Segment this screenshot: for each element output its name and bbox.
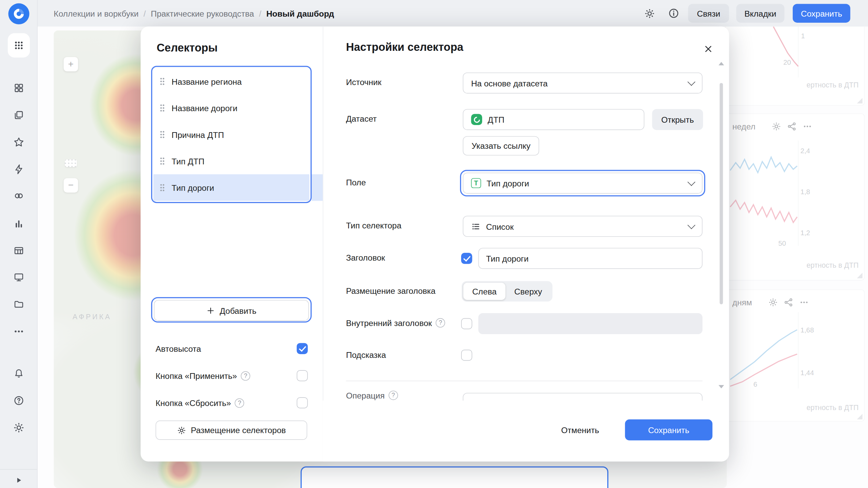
- inner-title-label: Внутренний заголовок: [346, 318, 445, 328]
- apply-button-label: Кнопка «Применить»: [156, 371, 237, 381]
- modal-save-button[interactable]: Сохранить: [625, 420, 712, 441]
- selectors-placement-button[interactable]: Размещение селекторов: [156, 421, 307, 440]
- selector-type-label: Тип селектора: [346, 221, 401, 230]
- tabs-button[interactable]: Вкладки: [736, 4, 784, 23]
- lightning-icon: [13, 164, 24, 175]
- sidebar-item-files[interactable]: [9, 294, 29, 314]
- dataset-link-button[interactable]: Указать ссылку: [463, 136, 539, 156]
- placement-option-top[interactable]: Сверху: [506, 283, 551, 300]
- placement-option-left[interactable]: Слева: [463, 283, 506, 300]
- star-icon: [13, 137, 24, 148]
- title-placement-label: Размещение заголовка: [346, 286, 435, 296]
- sidebar-notifications[interactable]: [9, 364, 29, 384]
- reset-button-row: Кнопка «Сбросить»: [156, 397, 308, 409]
- drag-handle-icon[interactable]: [160, 78, 164, 85]
- scrollbar-thumb[interactable]: [719, 83, 723, 304]
- dataset-label: Датасет: [346, 114, 377, 123]
- selector-settings-modal: Селекторы Название региона Название доро…: [141, 26, 729, 461]
- breadcrumb-guides[interactable]: Практические руководства: [151, 8, 254, 18]
- add-selector-button[interactable]: Добавить: [154, 300, 309, 321]
- autoheight-checkbox[interactable]: [297, 343, 308, 354]
- reset-button-checkbox[interactable]: [297, 397, 308, 408]
- scroll-down-arrow[interactable]: [718, 385, 724, 388]
- help-icon[interactable]: [241, 371, 250, 381]
- selected-row-highlight: [312, 174, 323, 201]
- source-value: На основе датасета: [471, 78, 548, 88]
- gear-icon: [13, 422, 24, 433]
- sidebar: [0, 0, 38, 488]
- operation-label: Операция: [346, 391, 398, 400]
- source-select[interactable]: На основе датасета: [463, 73, 703, 94]
- settings-gear-button[interactable]: [641, 5, 658, 22]
- circles-icon: [13, 190, 24, 202]
- selector-type-select[interactable]: Список: [463, 216, 703, 237]
- help-icon[interactable]: [389, 391, 398, 400]
- drag-handle-icon[interactable]: [160, 184, 164, 191]
- chevron-down-icon: [688, 78, 695, 85]
- selector-item-road-name[interactable]: Название дороги: [153, 95, 309, 121]
- sidebar-item-datasets[interactable]: [9, 186, 29, 206]
- layers-icon: [13, 109, 24, 121]
- header-save-button[interactable]: Сохранить: [793, 4, 850, 23]
- title-checkbox[interactable]: [461, 253, 472, 264]
- title-input[interactable]: [478, 248, 703, 269]
- list-icon: [471, 222, 480, 231]
- info-button[interactable]: [665, 5, 682, 22]
- inner-title-checkbox[interactable]: [461, 318, 472, 329]
- selector-item-accident-type[interactable]: Тип ДТП: [153, 148, 309, 174]
- app-root: + − АФРИКА 1 20 ертность в ДТП недел: [0, 0, 868, 488]
- folder-icon: [13, 299, 24, 310]
- field-label: Поле: [346, 178, 366, 187]
- reset-button-label: Кнопка «Сбросить»: [156, 398, 231, 408]
- sidebar-settings[interactable]: [9, 418, 29, 438]
- plus-icon: [206, 306, 215, 314]
- hint-checkbox[interactable]: [461, 350, 472, 361]
- selector-list: Название региона Название дороги Причина…: [151, 66, 312, 203]
- field-focus-ring: Тип дороги: [460, 170, 705, 196]
- selector-item-label: Название дороги: [172, 103, 237, 113]
- sidebar-item-tables[interactable]: [9, 241, 29, 261]
- dataset-input[interactable]: ДТП: [463, 109, 645, 130]
- field-select[interactable]: Тип дороги: [463, 172, 703, 194]
- dataset-open-button[interactable]: Открыть: [652, 109, 703, 130]
- ellipsis-icon: [13, 326, 24, 337]
- help-icon[interactable]: [436, 318, 445, 328]
- apply-button-checkbox[interactable]: [297, 370, 308, 381]
- breadcrumb-current-dashboard: Новый дашборд: [266, 8, 334, 18]
- apps-grid-button[interactable]: [8, 33, 30, 58]
- selector-item-label: Тип ДТП: [172, 156, 204, 166]
- drag-handle-icon[interactable]: [160, 104, 164, 112]
- datalens-logo[interactable]: [8, 3, 29, 24]
- dashboard-selector-widget[interactable]: [301, 466, 609, 488]
- selector-item-accident-cause[interactable]: Причина ДТП: [153, 121, 309, 148]
- settings-panel-title: Настройки селектора: [346, 41, 463, 54]
- selector-item-road-type[interactable]: Тип дороги: [153, 174, 309, 201]
- relations-button[interactable]: Связи: [688, 4, 729, 23]
- sidebar-item-connections[interactable]: [9, 159, 29, 179]
- sidebar-item-dashboards[interactable]: [9, 78, 29, 98]
- sidebar-item-more[interactable]: [9, 322, 29, 342]
- drag-handle-icon[interactable]: [160, 157, 164, 165]
- sidebar-item-presentations[interactable]: [9, 267, 29, 287]
- selector-item-region[interactable]: Название региона: [153, 68, 309, 95]
- top-bar: Коллекции и воркбуки / Практические руко…: [0, 0, 868, 26]
- sidebar-item-favorites[interactable]: [9, 132, 29, 152]
- scroll-up-arrow[interactable]: [718, 62, 724, 65]
- title-label: Заголовок: [346, 253, 385, 262]
- sidebar-item-workbooks[interactable]: [9, 105, 29, 125]
- grid-icon: [13, 82, 24, 94]
- sidebar-help[interactable]: [9, 391, 29, 411]
- help-icon[interactable]: [235, 398, 244, 408]
- sidebar-item-charts[interactable]: [9, 214, 29, 233]
- inner-title-input: [478, 313, 703, 334]
- close-button[interactable]: [698, 39, 718, 59]
- selector-item-label: Тип дороги: [172, 183, 214, 192]
- breadcrumb-collections[interactable]: Коллекции и воркбуки: [54, 8, 138, 18]
- sidebar-expand-button[interactable]: [9, 470, 29, 488]
- source-label: Источник: [346, 78, 381, 87]
- play-icon: [14, 476, 23, 485]
- cancel-button[interactable]: Отменить: [555, 420, 605, 441]
- breadcrumb-separator: /: [143, 8, 146, 18]
- bell-icon: [13, 368, 24, 379]
- drag-handle-icon[interactable]: [160, 130, 164, 138]
